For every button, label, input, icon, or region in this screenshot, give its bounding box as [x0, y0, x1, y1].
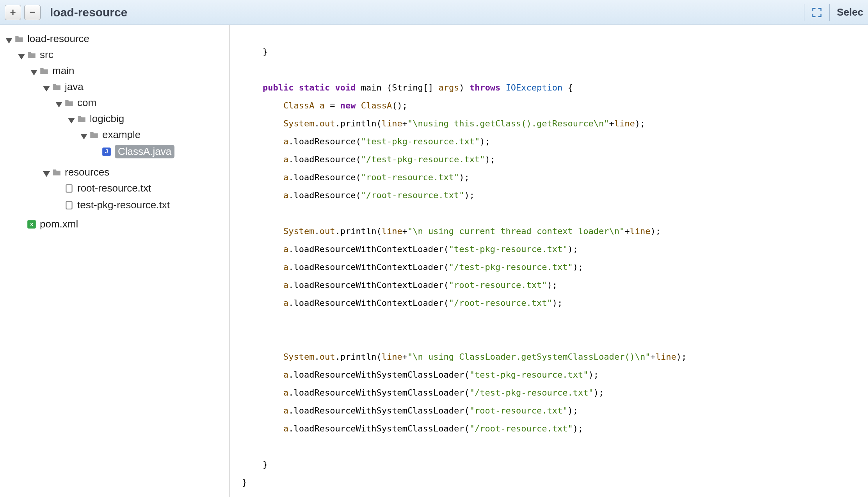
caret-down-icon[interactable] [80, 131, 87, 138]
tree-folder-logicbig[interactable]: logicbig [66, 111, 226, 126]
tree-label: pom.xml [40, 218, 78, 230]
svg-marker-4 [55, 102, 62, 107]
folder-icon [52, 167, 62, 178]
svg-marker-0 [5, 38, 12, 43]
svg-text:x: x [30, 221, 33, 227]
tree-label: src [40, 49, 53, 61]
fullscreen-icon[interactable] [811, 7, 822, 18]
folder-icon [27, 50, 37, 60]
tree-label: java [65, 81, 84, 93]
tree-folder-com[interactable]: com [53, 95, 226, 110]
folder-icon [39, 66, 49, 76]
svg-rect-11 [66, 201, 72, 209]
tree-folder-java[interactable]: java [41, 79, 226, 94]
folder-icon [14, 34, 24, 44]
caret-down-icon[interactable] [30, 67, 37, 75]
tree-file-pom[interactable]: x pom.xml [16, 217, 226, 232]
tree-folder-resources[interactable]: resources [41, 165, 226, 180]
caret-down-icon[interactable] [43, 169, 50, 176]
toolbar-separator [829, 4, 830, 21]
tree-label: ClassA.java [115, 145, 174, 158]
tree-label: com [77, 97, 96, 109]
svg-text:J: J [105, 148, 108, 154]
svg-marker-5 [68, 118, 75, 123]
java-file-icon: J [101, 147, 112, 157]
tree-file-classA[interactable]: J ClassA.java [91, 143, 226, 160]
tree-folder-root[interactable]: load-resource [3, 31, 226, 46]
tree-label: logicbig [90, 113, 124, 125]
tree-folder-example[interactable]: example [78, 127, 226, 142]
tree-file-root-resource[interactable]: root-resource.txt [53, 181, 226, 196]
tree-label: load-resource [27, 33, 89, 45]
expand-all-button[interactable]: + [5, 5, 21, 20]
select-menu[interactable]: Selec [837, 6, 863, 18]
caret-down-icon[interactable] [55, 99, 62, 106]
tree-folder-src[interactable]: src [16, 47, 226, 62]
folder-icon [52, 82, 62, 92]
tree-label: resources [65, 166, 109, 178]
collapse-all-button[interactable]: − [24, 5, 41, 20]
toolbar: + − load-resource Selec [0, 0, 868, 25]
tree-file-test-pkg-resource[interactable]: test-pkg-resource.txt [53, 197, 226, 213]
tree-label: test-pkg-resource.txt [77, 199, 170, 211]
code-content: } public static void main (String[] args… [242, 43, 856, 492]
folder-icon [64, 98, 74, 108]
svg-marker-3 [43, 86, 50, 91]
svg-marker-6 [80, 134, 87, 139]
tree-label: main [52, 65, 74, 77]
toolbar-separator [804, 4, 804, 21]
folder-icon [89, 130, 99, 140]
folder-icon [76, 114, 87, 124]
svg-rect-10 [66, 185, 72, 192]
caret-down-icon[interactable] [5, 36, 12, 43]
svg-marker-9 [43, 171, 50, 177]
svg-marker-1 [18, 54, 25, 59]
svg-marker-2 [30, 70, 37, 75]
xml-file-icon: x [27, 219, 37, 229]
tree-label: example [102, 129, 141, 141]
project-tree[interactable]: load-resource src [0, 25, 230, 497]
code-editor[interactable]: } public static void main (String[] args… [230, 25, 868, 497]
text-file-icon [64, 200, 74, 210]
caret-down-icon[interactable] [43, 83, 50, 91]
tree-label: root-resource.txt [77, 182, 151, 194]
tree-folder-main[interactable]: main [28, 63, 226, 78]
caret-down-icon[interactable] [18, 51, 25, 59]
caret-down-icon[interactable] [68, 115, 75, 122]
text-file-icon [64, 183, 74, 193]
project-title: load-resource [50, 6, 127, 19]
